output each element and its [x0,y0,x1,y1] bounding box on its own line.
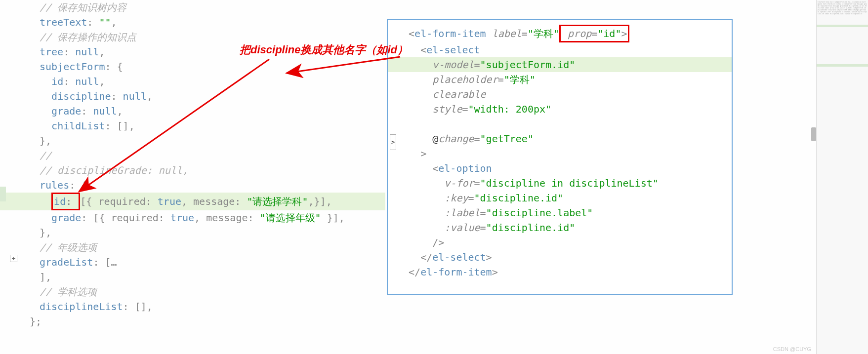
red-highlight-id: id: [51,193,80,210]
minimap-highlight [817,25,868,27]
code-line: +gradeList: [… [0,255,385,270]
watermark: CSDN @CUYG [773,346,811,352]
code-line: <el-select [388,42,732,57]
fold-icon[interactable]: > [390,134,396,150]
code-line: id: null, [0,74,385,89]
code-line: clearable [388,87,732,102]
code-line: grade: null, [0,104,385,118]
minimap[interactable]: treeText tree null subjectForm id null d… [816,0,868,354]
code-line: <el-form-item label="学科" prop="id"> [388,25,732,42]
code-line: :value="discipline.id" [388,220,732,235]
highlighted-line-id-rule: id: [{ required: true, message: "请选择学科",… [0,193,385,210]
code-line: :label="discipline.label" [388,205,732,220]
code-line: </el-select> [388,250,732,265]
code-line: subjectForm: { [0,59,385,74]
code-comment: // disciplineGrade: null, [40,164,188,176]
highlighted-line-vmodel: v-model="subjectForm.id" [388,57,732,72]
code-line: ], [0,270,385,284]
code-line: v-for="discipline in disciplineList" [388,176,732,191]
code-line: childList: [], [0,118,385,133]
code-line: > @change="getTree" [388,131,732,146]
code-line: placeholder="学科" [388,72,732,87]
minimap-highlight [817,64,868,67]
scrollbar-thumb[interactable] [811,127,816,141]
code-line [388,117,732,131]
code-line: style="width: 200px" [388,102,732,117]
code-line: treeText: "", [0,15,385,30]
code-comment: // 保存操作的知识点 [40,31,136,43]
code-line: }; [0,314,385,329]
fold-icon[interactable]: + [10,255,17,262]
code-line: discipline: null, [0,89,385,104]
code-line: rules: { [0,178,385,193]
minimap-preview: treeText tree null subjectForm id null d… [817,0,868,16]
code-comment: // 年级选项 [40,241,97,253]
code-line: }, [0,133,385,148]
code-line: :key="discipline.id" [388,191,732,205]
code-line: <el-option [388,161,732,176]
code-comment: // 保存知识树内容 [40,1,126,13]
code-line: > [388,146,732,161]
red-highlight-prop: prop="id"> [559,25,629,42]
code-comment: // [40,150,51,161]
code-line: }, [0,225,385,240]
diff-marker [0,187,6,201]
code-comment: // 学科选项 [40,286,97,298]
annotation-text: 把discipline换成其他名字（如id） [240,42,408,57]
code-line: /> [388,235,732,250]
code-line: </el-form-item> [388,265,732,279]
code-line: grade: [{ required: true, message: "请选择年… [0,210,385,225]
code-line: disciplineList: [], [0,299,385,314]
right-code-popup[interactable]: <el-form-item label="学科" prop="id"> <el-… [387,19,733,295]
